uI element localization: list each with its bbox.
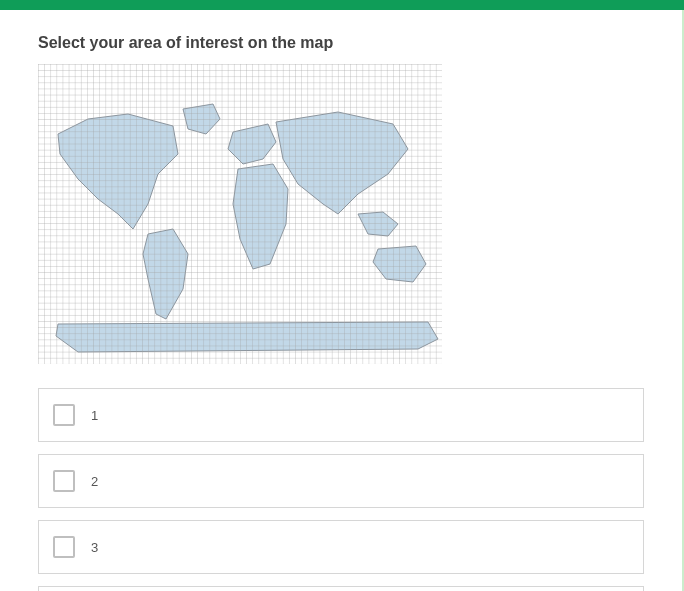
world-map-icon xyxy=(38,64,442,364)
checkbox-icon[interactable] xyxy=(53,470,75,492)
svg-rect-1 xyxy=(38,64,442,364)
option-label: 3 xyxy=(91,540,98,555)
option-label: 2 xyxy=(91,474,98,489)
form-frame: Select your area of interest on the map xyxy=(0,10,684,591)
world-map-selector[interactable] xyxy=(38,64,442,364)
option-label: 1 xyxy=(91,408,98,423)
checkbox-icon[interactable] xyxy=(53,404,75,426)
option-row-2[interactable]: 2 xyxy=(38,454,644,508)
option-row-peek xyxy=(38,586,644,591)
options-list: 1 2 3 xyxy=(38,388,644,591)
checkbox-icon[interactable] xyxy=(53,536,75,558)
option-row-1[interactable]: 1 xyxy=(38,388,644,442)
option-row-3[interactable]: 3 xyxy=(38,520,644,574)
header-accent-bar xyxy=(0,0,684,10)
question-prompt: Select your area of interest on the map xyxy=(38,34,644,52)
